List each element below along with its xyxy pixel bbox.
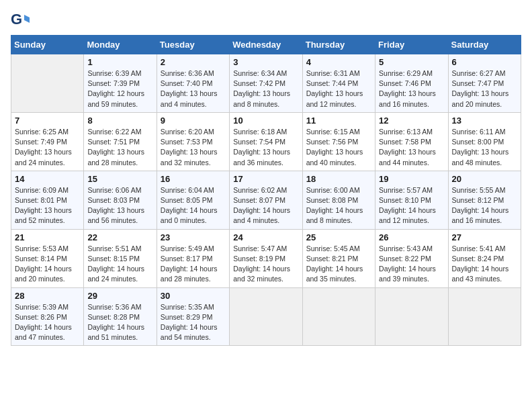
day-number: 25 bbox=[306, 232, 371, 242]
week-row-5: 28Sunrise: 5:39 AM Sunset: 8:26 PM Dayli… bbox=[11, 287, 521, 346]
calendar-table: SundayMondayTuesdayWednesdayThursdayFrid… bbox=[11, 35, 521, 346]
day-info: Sunrise: 6:09 AM Sunset: 8:01 PM Dayligh… bbox=[15, 185, 80, 226]
weekday-header-sunday: Sunday bbox=[11, 36, 84, 54]
day-number: 1 bbox=[87, 57, 152, 67]
day-cell: 24Sunrise: 5:47 AM Sunset: 8:19 PM Dayli… bbox=[230, 229, 302, 287]
day-cell bbox=[230, 287, 302, 346]
day-info: Sunrise: 6:22 AM Sunset: 7:51 PM Dayligh… bbox=[87, 127, 152, 168]
day-number: 17 bbox=[233, 174, 298, 184]
day-cell: 1Sunrise: 6:39 AM Sunset: 7:39 PM Daylig… bbox=[84, 54, 157, 113]
day-cell bbox=[11, 54, 84, 113]
day-info: Sunrise: 5:55 AM Sunset: 8:12 PM Dayligh… bbox=[452, 185, 517, 226]
day-cell: 26Sunrise: 5:43 AM Sunset: 8:22 PM Dayli… bbox=[375, 229, 448, 287]
day-info: Sunrise: 6:13 AM Sunset: 7:58 PM Dayligh… bbox=[379, 127, 444, 168]
day-info: Sunrise: 6:31 AM Sunset: 7:44 PM Dayligh… bbox=[306, 68, 371, 109]
day-cell: 21Sunrise: 5:53 AM Sunset: 8:14 PM Dayli… bbox=[11, 229, 84, 287]
day-info: Sunrise: 6:25 AM Sunset: 7:49 PM Dayligh… bbox=[15, 127, 80, 168]
day-cell: 29Sunrise: 5:36 AM Sunset: 8:28 PM Dayli… bbox=[84, 287, 157, 346]
day-number: 15 bbox=[87, 174, 152, 184]
weekday-header-monday: Monday bbox=[84, 36, 157, 54]
day-number: 21 bbox=[15, 232, 80, 242]
day-info: Sunrise: 6:02 AM Sunset: 8:07 PM Dayligh… bbox=[233, 185, 298, 226]
weekday-header-thursday: Thursday bbox=[302, 36, 375, 54]
day-number: 4 bbox=[306, 57, 371, 67]
day-number: 9 bbox=[161, 116, 226, 126]
day-cell: 28Sunrise: 5:39 AM Sunset: 8:26 PM Dayli… bbox=[11, 287, 84, 346]
day-info: Sunrise: 6:27 AM Sunset: 7:47 PM Dayligh… bbox=[452, 68, 517, 109]
day-number: 11 bbox=[306, 116, 371, 126]
day-cell: 13Sunrise: 6:11 AM Sunset: 8:00 PM Dayli… bbox=[448, 112, 521, 171]
day-cell: 11Sunrise: 6:15 AM Sunset: 7:56 PM Dayli… bbox=[302, 112, 375, 171]
day-info: Sunrise: 6:00 AM Sunset: 8:08 PM Dayligh… bbox=[306, 185, 371, 226]
day-number: 28 bbox=[15, 291, 80, 301]
weekday-header-wednesday: Wednesday bbox=[230, 36, 302, 54]
day-info: Sunrise: 5:47 AM Sunset: 8:19 PM Dayligh… bbox=[233, 244, 298, 285]
day-number: 14 bbox=[15, 174, 80, 184]
day-cell: 18Sunrise: 6:00 AM Sunset: 8:08 PM Dayli… bbox=[302, 171, 375, 229]
day-info: Sunrise: 5:41 AM Sunset: 8:24 PM Dayligh… bbox=[452, 244, 517, 285]
day-number: 13 bbox=[452, 116, 517, 126]
day-cell: 27Sunrise: 5:41 AM Sunset: 8:24 PM Dayli… bbox=[448, 229, 521, 287]
day-number: 3 bbox=[233, 57, 298, 67]
week-row-1: 1Sunrise: 6:39 AM Sunset: 7:39 PM Daylig… bbox=[11, 54, 521, 113]
week-row-3: 14Sunrise: 6:09 AM Sunset: 8:01 PM Dayli… bbox=[11, 171, 521, 229]
weekday-header-tuesday: Tuesday bbox=[157, 36, 229, 54]
day-cell bbox=[448, 287, 521, 346]
day-number: 27 bbox=[452, 232, 517, 242]
header: G bbox=[11, 11, 521, 30]
day-number: 2 bbox=[161, 57, 226, 67]
day-info: Sunrise: 6:39 AM Sunset: 7:39 PM Dayligh… bbox=[87, 68, 152, 109]
day-number: 5 bbox=[379, 57, 444, 67]
day-cell: 20Sunrise: 5:55 AM Sunset: 8:12 PM Dayli… bbox=[448, 171, 521, 229]
day-cell: 19Sunrise: 5:57 AM Sunset: 8:10 PM Dayli… bbox=[375, 171, 448, 229]
day-number: 10 bbox=[233, 116, 298, 126]
day-number: 29 bbox=[87, 291, 152, 301]
day-number: 16 bbox=[161, 174, 226, 184]
day-cell bbox=[302, 287, 375, 346]
day-info: Sunrise: 5:53 AM Sunset: 8:14 PM Dayligh… bbox=[15, 244, 80, 285]
day-cell: 3Sunrise: 6:34 AM Sunset: 7:42 PM Daylig… bbox=[230, 54, 302, 113]
day-cell: 7Sunrise: 6:25 AM Sunset: 7:49 PM Daylig… bbox=[11, 112, 84, 171]
day-cell: 9Sunrise: 6:20 AM Sunset: 7:53 PM Daylig… bbox=[157, 112, 229, 171]
day-cell: 8Sunrise: 6:22 AM Sunset: 7:51 PM Daylig… bbox=[84, 112, 157, 171]
week-row-2: 7Sunrise: 6:25 AM Sunset: 7:49 PM Daylig… bbox=[11, 112, 521, 171]
day-cell: 17Sunrise: 6:02 AM Sunset: 8:07 PM Dayli… bbox=[230, 171, 302, 229]
logo-icon: G bbox=[11, 11, 30, 30]
day-info: Sunrise: 6:29 AM Sunset: 7:46 PM Dayligh… bbox=[379, 68, 444, 109]
day-info: Sunrise: 5:49 AM Sunset: 8:17 PM Dayligh… bbox=[161, 244, 226, 285]
day-info: Sunrise: 5:36 AM Sunset: 8:28 PM Dayligh… bbox=[87, 302, 152, 343]
day-info: Sunrise: 6:15 AM Sunset: 7:56 PM Dayligh… bbox=[306, 127, 371, 168]
logo: G bbox=[11, 11, 32, 30]
week-row-4: 21Sunrise: 5:53 AM Sunset: 8:14 PM Dayli… bbox=[11, 229, 521, 287]
day-info: Sunrise: 5:35 AM Sunset: 8:29 PM Dayligh… bbox=[161, 302, 226, 343]
day-cell: 25Sunrise: 5:45 AM Sunset: 8:21 PM Dayli… bbox=[302, 229, 375, 287]
day-info: Sunrise: 5:45 AM Sunset: 8:21 PM Dayligh… bbox=[306, 244, 371, 285]
svg-text:G: G bbox=[11, 11, 22, 28]
day-cell: 6Sunrise: 6:27 AM Sunset: 7:47 PM Daylig… bbox=[448, 54, 521, 113]
day-cell bbox=[375, 287, 448, 346]
svg-marker-1 bbox=[24, 15, 30, 23]
day-number: 18 bbox=[306, 174, 371, 184]
day-cell: 2Sunrise: 6:36 AM Sunset: 7:40 PM Daylig… bbox=[157, 54, 229, 113]
day-number: 7 bbox=[15, 116, 80, 126]
day-number: 24 bbox=[233, 232, 298, 242]
day-info: Sunrise: 6:04 AM Sunset: 8:05 PM Dayligh… bbox=[161, 185, 226, 226]
day-info: Sunrise: 5:51 AM Sunset: 8:15 PM Dayligh… bbox=[87, 244, 152, 285]
day-info: Sunrise: 6:18 AM Sunset: 7:54 PM Dayligh… bbox=[233, 127, 298, 168]
day-info: Sunrise: 5:43 AM Sunset: 8:22 PM Dayligh… bbox=[379, 244, 444, 285]
day-number: 20 bbox=[452, 174, 517, 184]
day-cell: 12Sunrise: 6:13 AM Sunset: 7:58 PM Dayli… bbox=[375, 112, 448, 171]
day-cell: 16Sunrise: 6:04 AM Sunset: 8:05 PM Dayli… bbox=[157, 171, 229, 229]
day-info: Sunrise: 6:20 AM Sunset: 7:53 PM Dayligh… bbox=[161, 127, 226, 168]
day-number: 23 bbox=[161, 232, 226, 242]
day-number: 6 bbox=[452, 57, 517, 67]
day-cell: 15Sunrise: 6:06 AM Sunset: 8:03 PM Dayli… bbox=[84, 171, 157, 229]
day-cell: 4Sunrise: 6:31 AM Sunset: 7:44 PM Daylig… bbox=[302, 54, 375, 113]
day-number: 19 bbox=[379, 174, 444, 184]
day-number: 30 bbox=[161, 291, 226, 301]
day-info: Sunrise: 5:39 AM Sunset: 8:26 PM Dayligh… bbox=[15, 302, 80, 343]
weekday-header-friday: Friday bbox=[375, 36, 448, 54]
day-number: 22 bbox=[87, 232, 152, 242]
day-cell: 30Sunrise: 5:35 AM Sunset: 8:29 PM Dayli… bbox=[157, 287, 229, 346]
day-cell: 23Sunrise: 5:49 AM Sunset: 8:17 PM Dayli… bbox=[157, 229, 229, 287]
